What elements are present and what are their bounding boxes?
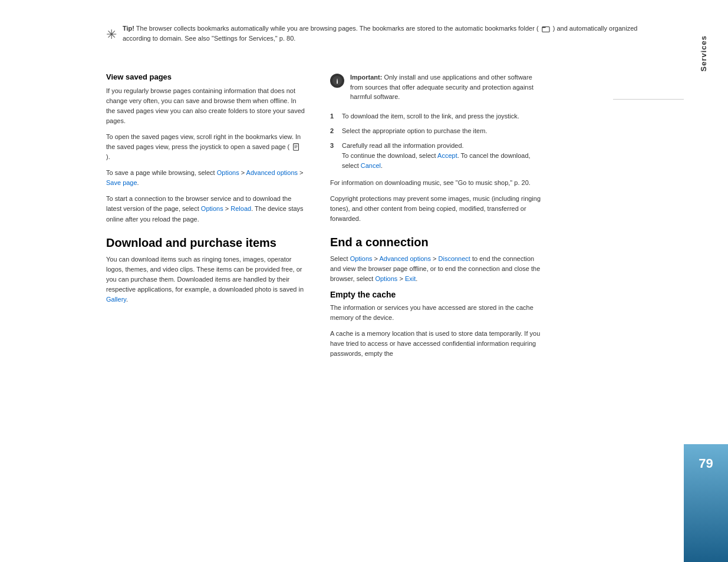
step-2-text: Select the appropriate option to purchas… [342, 126, 487, 136]
step-1-num: 1 [330, 111, 337, 121]
services-label: Services [699, 35, 708, 72]
download-items-para1: You can download items such as ringing t… [106, 254, 307, 305]
reload-link[interactable]: Reload [230, 205, 251, 212]
right-sidebar: Services 79 [684, 0, 728, 562]
empty-cache-heading: Empty the cache [330, 290, 542, 299]
left-column: View saved pages If you regularly browse… [106, 72, 307, 365]
important-box: i Important: Only install and use applic… [330, 72, 542, 102]
step-1-text: To download the item, scroll to the link… [342, 111, 519, 121]
disconnect-link[interactable]: Disconnect [439, 255, 470, 262]
tip-text: Tip! The browser collects bookmarks auto… [123, 24, 654, 43]
page-number: 79 [699, 456, 713, 471]
cancel-link[interactable]: Cancel [361, 162, 381, 169]
svg-text:i: i [336, 77, 338, 85]
view-saved-pages-para2: To open the saved pages view, scroll rig… [106, 132, 307, 162]
step-2: 2 Select the appropriate option to purch… [330, 126, 542, 136]
empty-cache-para1: The information or services you have acc… [330, 303, 542, 323]
end-connection-heading: End a connection [330, 236, 542, 249]
important-icon: i [330, 74, 344, 88]
options-link-1[interactable]: Options [217, 169, 239, 176]
download-items-heading: Download and purchase items [106, 236, 307, 250]
main-content: ✳ Tip! The browser collects bookmarks au… [0, 0, 684, 562]
svg-rect-1 [294, 144, 299, 150]
numbered-steps-list: 1 To download the item, scroll to the li… [330, 111, 542, 171]
important-text: Important: Only install and use applicat… [350, 72, 542, 102]
tip-icon: ✳ [106, 25, 117, 44]
tip-body: The browser collects bookmarks automatic… [123, 25, 637, 42]
end-advanced-link[interactable]: Advanced options [380, 255, 431, 262]
view-saved-pages-para3: To save a page while browsing, select Op… [106, 168, 307, 188]
bookmark-folder-icon [542, 25, 550, 33]
tip-prefix: Tip! [123, 25, 134, 32]
important-prefix: Important: [350, 74, 382, 81]
tip-box: ✳ Tip! The browser collects bookmarks au… [106, 24, 654, 44]
step-3-num: 3 [330, 141, 337, 171]
music-info: For information on downloading music, se… [330, 178, 542, 188]
right-column: i Important: Only install and use applic… [330, 72, 542, 365]
end-connection-para: Select Options > Advanced options > Disc… [330, 254, 542, 284]
view-saved-pages-para4: To start a connection to the browser ser… [106, 194, 307, 224]
gallery-link[interactable]: Gallery [106, 296, 126, 303]
empty-cache-para2: A cache is a memory location that is use… [330, 329, 542, 359]
view-saved-pages-heading: View saved pages [106, 72, 307, 81]
page-container: ✳ Tip! The browser collects bookmarks au… [0, 0, 728, 562]
page-number-box: 79 [684, 444, 728, 562]
step-3: 3 Carefully read all the information pro… [330, 141, 542, 171]
content-columns: View saved pages If you regularly browse… [106, 72, 654, 365]
copyright-info: Copyright protections may prevent some i… [330, 194, 542, 224]
save-page-link[interactable]: Save page [106, 179, 137, 186]
view-saved-pages-para1: If you regularly browse pages containing… [106, 86, 307, 126]
end-options-link-1[interactable]: Options [350, 255, 373, 262]
step-2-num: 2 [330, 126, 337, 136]
top-separator [613, 99, 684, 100]
step-1: 1 To download the item, scroll to the li… [330, 111, 542, 121]
accept-link[interactable]: Accept [437, 152, 457, 159]
step-3-text: Carefully read all the information provi… [342, 141, 542, 171]
important-symbol: i [332, 75, 342, 86]
advanced-options-link-1[interactable]: Advanced options [246, 169, 298, 176]
options-link-2[interactable]: Options [201, 205, 223, 212]
saved-page-icon [292, 143, 301, 151]
exit-link[interactable]: Exit [405, 275, 416, 282]
end-options-link-2[interactable]: Options [375, 275, 397, 282]
